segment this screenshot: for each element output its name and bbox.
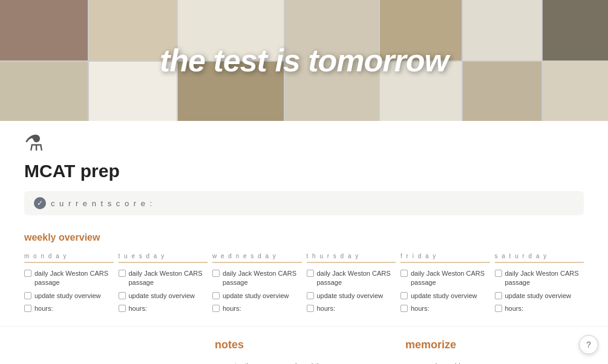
day-header-wednesday: w e d n e s d a y [212,253,302,263]
task-text: hours: [505,304,524,313]
task-item: daily Jack Weston CARS passage [495,269,584,288]
score-label: c u r r e n t s c o r e : [51,199,153,208]
task-item: update study overview [24,291,114,301]
notes-section: notes testing once a week and then go [215,339,393,364]
task-text: daily Jack Weston CARS passage [34,269,114,288]
memorize-item-1: amino acids [415,361,584,364]
day-column-saturday: s a t u r d a y daily Jack Weston CARS p… [495,253,584,314]
task-checkbox[interactable] [24,305,31,312]
task-checkbox[interactable] [119,305,126,312]
task-text: update study overview [129,291,195,301]
day-header-saturday: s a t u r d a y [495,253,584,263]
task-item: update study overview [495,291,584,301]
task-item: daily Jack Weston CARS passage [24,269,114,288]
task-checkbox[interactable] [307,270,314,277]
task-checkbox[interactable] [307,305,314,312]
task-checkbox[interactable] [495,270,502,277]
task-text: daily Jack Weston CARS passage [129,269,208,288]
day-header-tuesday: t u e s d a y [119,253,208,263]
task-text: update study overview [223,291,289,301]
day-header-friday: f r i d a y [400,253,490,263]
task-text: hours: [411,304,430,313]
task-text: hours: [129,304,148,313]
task-text: hours: [34,304,53,313]
task-checkbox[interactable] [24,270,31,277]
task-text: update study overview [34,291,100,301]
hero-banner: the test is tomorrow [0,0,608,121]
task-text: daily Jack Weston CARS passage [411,269,490,288]
weekly-grid: m o n d a y daily Jack Weston CARS passa… [24,253,584,314]
score-check-icon [34,197,46,209]
day-column-wednesday: w e d n e s d a y daily Jack Weston CARS… [212,253,302,314]
empty-column [24,339,203,364]
task-item: update study overview [307,291,396,301]
task-checkbox[interactable] [119,292,126,299]
task-item: hours: [24,304,114,313]
task-text: hours: [223,304,241,313]
task-item: hours: [212,304,302,313]
task-checkbox[interactable] [307,292,314,299]
flask-icon: ⚗ [24,131,44,156]
hero-title: the test is tomorrow [160,42,448,79]
memorize-title: memorize [405,339,584,351]
main-content: MCAT prep c u r r e n t s c o r e : week… [0,156,608,326]
task-item: update study overview [212,291,302,301]
task-text: daily Jack Weston CARS passage [223,269,302,288]
task-text: update study overview [317,291,383,301]
task-checkbox[interactable] [495,305,502,312]
task-checkbox[interactable] [24,292,31,299]
day-header-monday: m o n d a y [24,253,114,263]
task-text: daily Jack Weston CARS passage [317,269,396,288]
task-checkbox[interactable] [400,305,408,312]
task-checkbox[interactable] [212,292,220,299]
task-item: hours: [307,304,396,313]
task-checkbox[interactable] [495,292,502,299]
task-item: daily Jack Weston CARS passage [307,269,396,288]
task-item: hours: [119,304,208,313]
task-checkbox[interactable] [400,270,408,277]
task-text: update study overview [505,291,571,301]
task-item: hours: [495,304,584,313]
task-item: daily Jack Weston CARS passage [212,269,302,288]
page-title: MCAT prep [24,161,584,181]
day-column-tuesday: t u e s d a y daily Jack Weston CARS pas… [119,253,208,314]
task-checkbox[interactable] [119,270,126,277]
task-item: hours: [400,304,490,313]
hero-overlay: the test is tomorrow [0,0,608,121]
task-text: hours: [317,304,336,313]
help-button[interactable]: ? [579,335,598,354]
task-item: daily Jack Weston CARS passage [119,269,208,288]
day-header-thursday: t h u r s d a y [307,253,396,263]
day-column-friday: f r i d a y daily Jack Weston CARS passa… [400,253,490,314]
bottom-sections: notes testing once a week and then go me… [0,326,608,364]
task-checkbox[interactable] [212,270,220,277]
task-text: daily Jack Weston CARS passage [505,269,584,288]
notes-item-1: testing once a week and then go [224,361,393,364]
task-item: update study overview [400,291,490,301]
day-column-monday: m o n d a y daily Jack Weston CARS passa… [24,253,114,314]
notes-title: notes [215,339,393,351]
day-column-thursday: t h u r s d a y daily Jack Weston CARS p… [307,253,396,314]
task-checkbox[interactable] [400,292,408,299]
memorize-section: memorize amino acids size, charge, polar… [405,339,584,364]
icon-area: ⚗ [0,121,608,156]
task-checkbox[interactable] [212,305,220,312]
task-item: daily Jack Weston CARS passage [400,269,490,288]
score-bar: c u r r e n t s c o r e : [24,191,584,215]
task-item: update study overview [119,291,208,301]
weekly-overview-title: weekly overview [24,232,584,243]
task-text: update study overview [411,291,477,301]
